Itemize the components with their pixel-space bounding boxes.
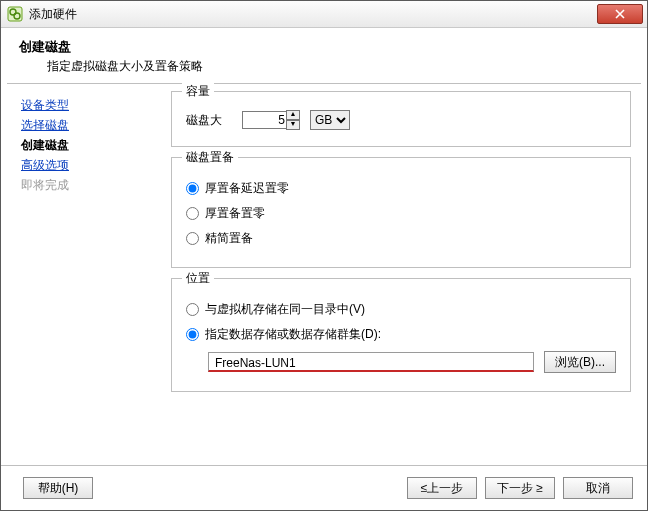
- wizard-header: 创建磁盘 指定虚拟磁盘大小及置备策略: [1, 28, 647, 83]
- provision-thin-radio[interactable]: [186, 232, 199, 245]
- help-button[interactable]: 帮助(H): [23, 477, 93, 499]
- provision-thick-lazy-radio[interactable]: [186, 182, 199, 195]
- disk-size-unit[interactable]: GB: [310, 110, 350, 130]
- wizard-footer: 帮助(H) ≤上一步 下一步 ≥ 取消: [1, 465, 647, 510]
- cancel-button[interactable]: 取消: [563, 477, 633, 499]
- wizard-body: 设备类型 选择磁盘 创建磁盘 高级选项 即将完成 容量 磁盘大 ▲ ▼ GB: [7, 85, 641, 462]
- disk-size-spinner[interactable]: ▲ ▼: [286, 110, 300, 130]
- disk-size-label: 磁盘大: [186, 112, 242, 129]
- location-with-vm-radio[interactable]: [186, 303, 199, 316]
- sidebar-item-device-type[interactable]: 设备类型: [21, 95, 159, 115]
- title-bar: 添加硬件: [1, 1, 647, 28]
- location-with-vm-label: 与虚拟机存储在同一目录中(V): [205, 301, 365, 318]
- close-icon: [615, 9, 625, 19]
- provision-group: 磁盘置备 厚置备延迟置零 厚置备置零 精简置备: [171, 157, 631, 268]
- provision-legend: 磁盘置备: [182, 149, 238, 166]
- close-button[interactable]: [597, 4, 643, 24]
- page-subtitle: 指定虚拟磁盘大小及置备策略: [19, 56, 629, 75]
- location-legend: 位置: [182, 270, 214, 287]
- step-sidebar: 设备类型 选择磁盘 创建磁盘 高级选项 即将完成: [7, 85, 167, 462]
- provision-thick-eager-radio[interactable]: [186, 207, 199, 220]
- provision-thick-lazy-label: 厚置备延迟置零: [205, 180, 289, 197]
- divider: [7, 83, 641, 84]
- next-button[interactable]: 下一步 ≥: [485, 477, 555, 499]
- sidebar-item-create-disk: 创建磁盘: [21, 135, 159, 155]
- location-specify-label: 指定数据存储或数据存储群集(D):: [205, 326, 381, 343]
- location-specify-radio[interactable]: [186, 328, 199, 341]
- page-title: 创建磁盘: [19, 38, 629, 56]
- sidebar-item-select-disk[interactable]: 选择磁盘: [21, 115, 159, 135]
- browse-button[interactable]: 浏览(B)...: [544, 351, 616, 373]
- datastore-path: FreeNas-LUN1: [208, 352, 534, 372]
- location-group: 位置 与虚拟机存储在同一目录中(V) 指定数据存储或数据存储群集(D): Fre…: [171, 278, 631, 392]
- main-panel: 容量 磁盘大 ▲ ▼ GB 磁盘置备 厚置: [167, 85, 641, 462]
- window-title: 添加硬件: [29, 6, 597, 23]
- sidebar-item-advanced[interactable]: 高级选项: [21, 155, 159, 175]
- capacity-legend: 容量: [182, 83, 214, 100]
- capacity-group: 容量 磁盘大 ▲ ▼ GB: [171, 91, 631, 147]
- sidebar-item-ready: 即将完成: [21, 175, 159, 195]
- spinner-up-icon[interactable]: ▲: [286, 110, 300, 120]
- spinner-down-icon[interactable]: ▼: [286, 120, 300, 130]
- dialog-window: 添加硬件 创建磁盘 指定虚拟磁盘大小及置备策略 设备类型 选择磁盘 创建磁盘 高…: [0, 0, 648, 511]
- provision-thick-eager-label: 厚置备置零: [205, 205, 265, 222]
- back-button[interactable]: ≤上一步: [407, 477, 477, 499]
- app-icon: [7, 6, 23, 22]
- provision-thin-label: 精简置备: [205, 230, 253, 247]
